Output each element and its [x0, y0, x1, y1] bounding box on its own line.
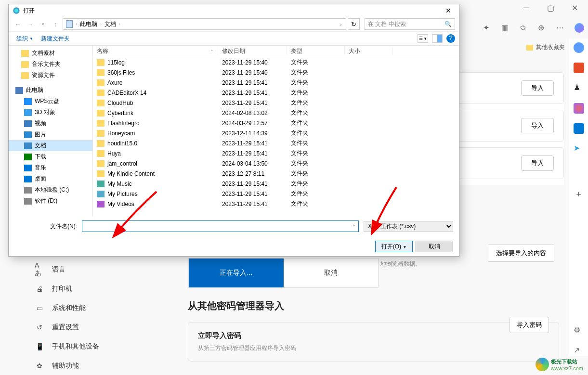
- tree-item[interactable]: WPS云盘: [9, 96, 92, 107]
- collections-icon[interactable]: ⊕: [538, 23, 548, 33]
- col-type[interactable]: 类型: [287, 47, 345, 55]
- search-input[interactable]: 在 文档 中搜索 🔍: [365, 18, 455, 30]
- filename-input[interactable]: [82, 220, 359, 232]
- tree-label: 此电脑: [26, 86, 43, 94]
- file-row[interactable]: 115log2023-11-29 15:40文件夹: [93, 57, 459, 67]
- open-button[interactable]: 打开(O) ▼: [375, 241, 413, 252]
- menu-icon[interactable]: ⋯: [556, 23, 566, 33]
- file-date: 2023-11-29 15:41: [218, 181, 287, 187]
- copilot-icon[interactable]: [575, 23, 584, 33]
- filetype-select[interactable]: XLS 工作表 (*.csv): [364, 221, 453, 232]
- side-outlook-icon[interactable]: [574, 123, 584, 134]
- file-row[interactable]: CloudHub2023-11-29 15:41文件夹: [93, 98, 459, 108]
- close-button[interactable]: ✕: [567, 1, 582, 14]
- tree-item[interactable]: 3D 对象: [9, 107, 92, 118]
- file-date: 2024-03-04 13:50: [218, 160, 287, 167]
- tree-label: 本地磁盘 (C:): [35, 186, 69, 194]
- tree-item[interactable]: 文档: [9, 140, 92, 151]
- view-options-button[interactable]: ☰ ▾: [418, 34, 428, 43]
- file-type: 文件夹: [287, 159, 345, 168]
- import-password-button[interactable]: 导入密码: [510, 317, 549, 333]
- file-row[interactable]: houdini15.02023-11-29 15:41文件夹: [93, 138, 459, 148]
- forward-button[interactable]: →: [25, 19, 36, 29]
- side-games-icon[interactable]: ♟: [574, 83, 584, 93]
- settings-nav-item[interactable]: 📱手机和其他设备: [27, 337, 147, 356]
- back-button[interactable]: ←: [13, 19, 23, 29]
- folder-icon: [97, 100, 105, 106]
- settings-nav-item[interactable]: ▭系统和性能: [27, 298, 147, 318]
- settings-nav-item[interactable]: ✿辅助功能: [27, 356, 147, 375]
- side-add-icon[interactable]: +: [574, 190, 584, 200]
- file-row[interactable]: jam_control2024-03-04 13:50文件夹: [93, 158, 459, 168]
- preview-pane-button[interactable]: [432, 34, 443, 43]
- dropdown-icon[interactable]: ⌄: [352, 222, 356, 227]
- file-row[interactable]: CADEditorX 142023-11-29 15:41文件夹: [93, 88, 459, 98]
- watermark-url: www.xz7.com: [551, 365, 583, 371]
- tree-item[interactable]: 下载: [9, 151, 92, 162]
- side-hide-icon[interactable]: ↗: [574, 346, 584, 356]
- importing-cancel-button[interactable]: 取消: [284, 259, 379, 287]
- tree-item[interactable]: 音乐: [9, 162, 92, 173]
- file-row[interactable]: My Music2023-11-29 15:41文件夹: [93, 179, 459, 189]
- file-type: 文件夹: [287, 109, 345, 117]
- cancel-button[interactable]: 取消: [416, 241, 453, 252]
- file-row[interactable]: My Videos2023-11-29 15:41文件夹: [93, 199, 459, 209]
- tree-item[interactable]: 软件 (D:): [9, 195, 92, 207]
- favorites-icon[interactable]: ✩: [520, 23, 529, 33]
- import-button-2[interactable]: 导入: [521, 118, 554, 133]
- file-row[interactable]: FlashIntegro2024-03-29 12:57文件夹: [93, 118, 459, 128]
- extensions-icon[interactable]: ✦: [483, 23, 493, 33]
- refresh-button[interactable]: ↻: [348, 18, 360, 30]
- nav-label: 辅助功能: [52, 362, 79, 370]
- settings-nav-item[interactable]: 🖨打印机: [27, 279, 147, 298]
- tree-item[interactable]: 文档素材: [9, 48, 92, 59]
- file-rows[interactable]: 115log2023-11-29 15:40文件夹360js Files2023…: [93, 57, 459, 217]
- import-button-1[interactable]: 导入: [521, 80, 554, 96]
- import-button-3[interactable]: 导入: [521, 155, 554, 171]
- minimize-button[interactable]: ─: [519, 1, 534, 14]
- help-button[interactable]: ?: [446, 34, 455, 43]
- bookmarks-folder[interactable]: 其他收藏夹: [526, 43, 565, 52]
- file-row[interactable]: CyberLink2024-02-08 13:02文件夹: [93, 108, 459, 118]
- settings-nav-item[interactable]: ↺重置设置: [27, 318, 147, 337]
- file-row[interactable]: Axure2023-11-29 15:41文件夹: [93, 78, 459, 88]
- maximize-button[interactable]: ▢: [543, 1, 558, 14]
- select-import-content-button[interactable]: 选择要导入的内容: [488, 245, 554, 262]
- edge-logo-icon: [13, 7, 20, 14]
- up-button[interactable]: ↑: [50, 19, 61, 29]
- side-office-icon[interactable]: [574, 103, 584, 114]
- tree-item[interactable]: 资源文件: [9, 70, 92, 81]
- settings-nav-item[interactable]: Aあ语言: [27, 260, 147, 279]
- file-row[interactable]: My Kindle Content2023-12-27 8:11文件夹: [93, 168, 459, 179]
- file-row[interactable]: My Pictures2023-11-29 15:41文件夹: [93, 189, 459, 199]
- breadcrumb[interactable]: › 此电脑 › 文档 › ⌄: [63, 18, 346, 30]
- col-date[interactable]: 修改日期: [218, 47, 287, 55]
- split-icon[interactable]: ▥: [501, 23, 511, 33]
- list-header[interactable]: 名称⌃ 修改日期 类型 大小: [93, 46, 459, 57]
- tree-item[interactable]: 视频: [9, 118, 92, 129]
- file-type: 文件夹: [287, 139, 345, 147]
- tree-item[interactable]: 图片: [9, 129, 92, 140]
- side-telegram-icon[interactable]: ➤: [574, 143, 584, 154]
- col-name[interactable]: 名称⌃: [93, 47, 218, 55]
- file-row[interactable]: Huya2023-11-29 15:41文件夹: [93, 148, 459, 158]
- dropdown-icon[interactable]: ⌄: [339, 22, 343, 26]
- side-search-icon[interactable]: [574, 42, 584, 53]
- file-row[interactable]: Honeycam2023-12-11 14:39文件夹: [93, 128, 459, 138]
- tree-item[interactable]: 本地磁盘 (C:): [9, 184, 92, 195]
- new-folder-button[interactable]: 新建文件夹: [37, 33, 74, 44]
- side-settings-icon[interactable]: ⚙: [574, 325, 584, 336]
- tree-item[interactable]: 音乐文件夹: [9, 59, 92, 70]
- recent-button[interactable]: ▾: [38, 19, 48, 29]
- breadcrumb-root[interactable]: 此电脑: [80, 20, 97, 28]
- dialog-close-button[interactable]: ✕: [442, 6, 455, 15]
- tree-item-this-pc[interactable]: 此电脑: [9, 85, 92, 96]
- breadcrumb-folder[interactable]: 文档: [105, 20, 116, 28]
- file-row[interactable]: 360js Files2023-11-29 15:40文件夹: [93, 67, 459, 78]
- side-shopping-icon[interactable]: [574, 63, 584, 73]
- tree-item[interactable]: 桌面: [9, 173, 92, 184]
- nav-tree[interactable]: 文档素材音乐文件夹资源文件此电脑WPS云盘3D 对象视频图片文档下载音乐桌面本地…: [9, 46, 93, 217]
- col-size[interactable]: 大小: [345, 47, 393, 55]
- organize-menu[interactable]: 组织 ▼: [13, 33, 37, 44]
- importing-status-button[interactable]: 正在导入...: [189, 259, 284, 287]
